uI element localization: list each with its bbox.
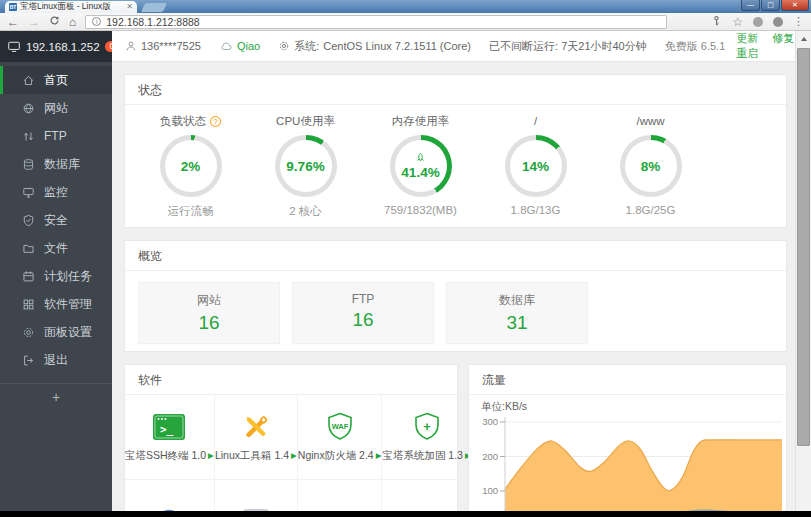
bound-phone[interactable]: 136****7525 [125, 40, 201, 52]
url-text[interactable]: 192.168.1.212:8888 [106, 16, 199, 28]
restart-link[interactable]: 重启 [736, 47, 758, 59]
gauge-inner-memory: 41.4% [395, 140, 447, 192]
stat-box-ftp[interactable]: FTP16 [292, 282, 434, 344]
gauge-subtitle-disk-www: 1.8G/25G [626, 204, 676, 216]
repair-link[interactable]: 修复 [772, 32, 794, 44]
sidebar-item-cron[interactable]: 计划任务 [0, 262, 112, 290]
sidebar: 首页网站FTP数据库监控安全文件计划任务软件管理面板设置退出 + [0, 62, 112, 511]
account-user[interactable]: Qiao [219, 40, 260, 52]
header-actions: 更新 修复 重启 [725, 31, 798, 61]
forward-icon[interactable]: → [28, 16, 40, 28]
help-icon[interactable]: ? [210, 116, 221, 127]
gauge-memory: 内存使用率41.4%759/1832(MB) [363, 111, 478, 219]
server-ip: 192.168.1.252 [26, 41, 100, 53]
browser-menu-icon[interactable]: ⋮ [793, 15, 804, 28]
expand-arrow-icon: ▶ [291, 451, 297, 460]
browser-tab[interactable]: BT 宝塔Linux面板 - Linux版 ✕ [5, 1, 137, 13]
home-icon [22, 74, 35, 87]
sidebar-item-label: 网站 [44, 100, 68, 117]
gauge-label-load: 负载状态? [160, 113, 221, 129]
sidebar-item-site[interactable]: 网站 [0, 94, 112, 122]
page-scrollbar[interactable] [795, 31, 811, 511]
stat-value-site: 16 [139, 312, 279, 334]
software-grid: >_宝塔SSH终端 1.0▶Linux工具箱 1.4▶WAFNginx防火墙 2… [125, 395, 457, 511]
gauge-value-load: 2% [181, 159, 201, 174]
tab-close-icon[interactable]: ✕ [126, 3, 133, 11]
system-label: 系统: [294, 39, 319, 54]
svg-text:200: 200 [482, 451, 498, 462]
svg-text:>_: >_ [160, 423, 174, 436]
sidebar-item-database[interactable]: 数据库 [0, 150, 112, 178]
sidebar-item-label: 计划任务 [44, 268, 92, 285]
sidebar-item-home[interactable]: 首页 [0, 66, 112, 94]
update-link[interactable]: 更新 [736, 32, 758, 44]
sidebar-item-settings[interactable]: 面板设置 [0, 318, 112, 346]
user-icon [125, 40, 137, 52]
software-item-window-grey[interactable] [215, 480, 298, 511]
sidebar-item-logout[interactable]: 退出 [0, 346, 112, 374]
software-item-terminal[interactable]: >_宝塔SSH终端 1.0▶ [125, 395, 215, 480]
settings-icon [22, 326, 35, 339]
gauge-inner-disk-root: 14% [510, 140, 562, 192]
bookmark-star-icon[interactable]: ☆ [732, 16, 743, 28]
cloud-icon [219, 40, 233, 52]
software-item-monitor-blue[interactable] [125, 480, 215, 511]
traffic-unit-label: 单位:KB/s [481, 400, 784, 414]
gauge-label-text: /www [636, 115, 664, 127]
sidebar-item-security[interactable]: 安全 [0, 206, 112, 234]
sidebar-item-ftp[interactable]: FTP [0, 122, 112, 150]
overview-stats-row: 网站16FTP16数据库31 [125, 271, 786, 355]
overview-panel-title: 概览 [125, 241, 786, 271]
scrollbar-thumb[interactable] [797, 48, 810, 446]
sidebar-item-label: 软件管理 [44, 296, 92, 313]
gauge-value-disk-www: 8% [641, 159, 661, 174]
software-item-shield-plus[interactable]: +宝塔系统加固 1.3▶ [382, 395, 470, 480]
expand-arrow-icon: ▶ [208, 451, 214, 460]
gauge-subtitle-disk-root: 1.8G/13G [511, 204, 561, 216]
system-info: 系统: CentOS Linux 7.2.1511 (Core) [278, 39, 471, 54]
software-item-name: Linux工具箱 1.4▶ [215, 449, 297, 463]
gauge-ring-cpu: 9.76% [275, 135, 337, 197]
extension-icon[interactable] [773, 17, 783, 27]
sidebar-item-label: FTP [44, 129, 67, 143]
extension-icon[interactable] [753, 17, 763, 27]
sidebar-add-button[interactable]: + [0, 384, 112, 410]
shield-waf-icon: WAF [323, 412, 357, 442]
scrollbar-up-icon[interactable] [796, 31, 811, 46]
address-bar[interactable]: i 192.168.1.212:8888 [85, 15, 667, 29]
close-button[interactable]: ✕ [781, 0, 809, 11]
reload-icon[interactable] [49, 15, 60, 28]
uptime-text: 已不间断运行: 7天21小时40分钟 [489, 39, 647, 54]
traffic-chart-wrap: 单位:KB/s 100200300 [469, 395, 786, 511]
new-tab-button[interactable] [141, 3, 167, 12]
security-icon [22, 214, 35, 227]
sidebar-item-files[interactable]: 文件 [0, 234, 112, 262]
home-icon[interactable]: ⌂ [69, 16, 76, 28]
stat-label-ftp: FTP [293, 292, 433, 306]
window-controls: — ▢ ✕ [740, 0, 809, 11]
server-ip-header[interactable]: 192.168.1.252 0 [0, 31, 112, 62]
software-item-empty [298, 480, 383, 511]
terminal-icon: >_ [152, 412, 186, 442]
rocket-icon [414, 152, 427, 165]
gauge-ring-memory: 41.4% [390, 135, 452, 197]
minimize-button[interactable]: — [741, 0, 760, 11]
panel-header: 136****7525 Qiao 系统: CentOS Linux 7.2.15… [112, 31, 811, 62]
stat-box-site[interactable]: 网站16 [138, 282, 280, 344]
maximize-button[interactable]: ▢ [761, 0, 780, 11]
account-name: Qiao [237, 40, 260, 52]
key-extension-icon[interactable] [711, 13, 722, 31]
software-item-shield-waf[interactable]: WAFNginx防火墙 2.4▶ [298, 395, 383, 480]
sidebar-item-monitor[interactable]: 监控 [0, 178, 112, 206]
stat-box-database[interactable]: 数据库31 [446, 282, 588, 344]
gauge-label-disk-root: / [534, 113, 537, 129]
svg-text:WAF: WAF [331, 422, 348, 431]
back-icon[interactable]: ← [7, 16, 19, 28]
sidebar-item-software[interactable]: 软件管理 [0, 290, 112, 318]
page-info-icon[interactable]: i [92, 17, 101, 26]
browser-window: BT 宝塔Linux面板 - Linux版 ✕ — ▢ ✕ ← → ⌂ i 19… [0, 0, 811, 511]
svg-text:300: 300 [482, 416, 498, 427]
sidebar-item-label: 文件 [44, 240, 68, 257]
software-item-label: Linux工具箱 1.4 [215, 449, 289, 463]
software-item-tools[interactable]: Linux工具箱 1.4▶ [215, 395, 298, 480]
